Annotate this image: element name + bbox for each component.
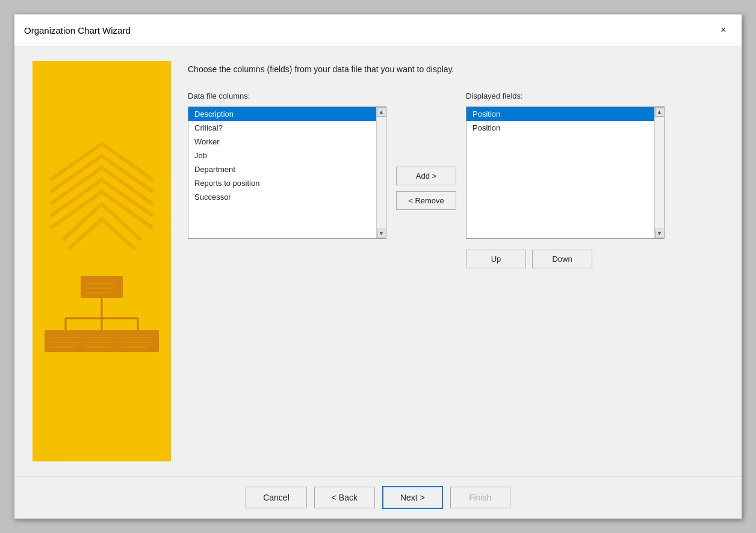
scroll-down-arrow[interactable]: ▼ (655, 229, 665, 238)
scroll-down-arrow[interactable]: ▼ (377, 229, 386, 238)
content-area: Choose the columns (fields) from your da… (188, 61, 723, 461)
data-columns-label: Data file columns: (188, 91, 386, 100)
svg-rect-9 (117, 330, 159, 352)
svg-rect-1 (81, 276, 123, 298)
down-button[interactable]: Down (532, 250, 592, 268)
next-button[interactable]: Next > (382, 486, 443, 509)
title-bar: Organization Chart Wizard × (14, 14, 742, 46)
add-remove-buttons: Add > < Remove (396, 167, 456, 210)
list-item[interactable]: Position (466, 107, 664, 121)
up-down-row: Up Down (466, 250, 665, 268)
illustration-panel (33, 61, 171, 461)
scroll-up-arrow[interactable]: ▲ (655, 107, 665, 117)
list-item[interactable]: Department (188, 162, 386, 176)
scrollbar[interactable]: ▲ ▼ (654, 107, 664, 238)
up-button[interactable]: Up (466, 250, 526, 268)
data-columns-section: Data file columns: Description Critical?… (188, 91, 386, 239)
add-button[interactable]: Add > (396, 167, 456, 185)
list-item[interactable]: Reports to position (188, 176, 386, 190)
list-item[interactable]: Description (188, 107, 386, 121)
columns-area: Data file columns: Description Critical?… (188, 91, 723, 268)
data-columns-list[interactable]: Description Critical? Worker Job Departm… (188, 106, 386, 239)
list-item[interactable]: Job (188, 149, 386, 162)
displayed-fields-label: Displayed fields: (466, 91, 665, 100)
scroll-up-arrow[interactable]: ▲ (377, 107, 386, 117)
svg-rect-8 (81, 330, 123, 352)
description-text: Choose the columns (fields) from your da… (188, 63, 723, 76)
list-item[interactable]: Critical? (188, 121, 386, 135)
bottom-bar: Cancel < Back Next > Finish (14, 476, 742, 519)
back-button[interactable]: < Back (314, 487, 375, 508)
close-button[interactable]: × (715, 22, 732, 39)
displayed-fields-section: Displayed fields: Position Position ▲ ▼ … (466, 91, 665, 268)
dialog-body: Choose the columns (fields) from your da… (14, 46, 742, 476)
displayed-fields-list[interactable]: Position Position ▲ ▼ (466, 106, 665, 239)
remove-button[interactable]: < Remove (396, 191, 456, 210)
scrollbar[interactable]: ▲ ▼ (376, 107, 386, 238)
cancel-button[interactable]: Cancel (246, 487, 307, 508)
finish-button[interactable]: Finish (450, 487, 510, 508)
dialog-window: Organization Chart Wizard × (14, 14, 742, 519)
dialog-title: Organization Chart Wizard (24, 25, 131, 35)
list-item[interactable]: Worker (188, 135, 386, 149)
svg-rect-7 (45, 330, 87, 352)
top-section: Choose the columns (fields) from your da… (33, 61, 723, 461)
list-item[interactable]: Position (466, 121, 664, 135)
list-item[interactable]: Successor (188, 190, 386, 204)
